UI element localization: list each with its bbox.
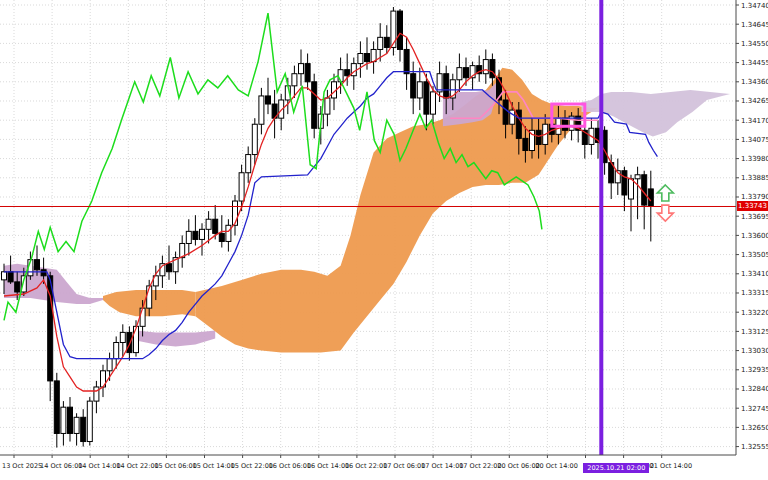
price-tick-label: 1.33505 [741,251,768,259]
price-tick-label: 1.34265 [741,97,768,105]
chart-window: 1.347401.346451.345501.344551.343601.342… [0,0,768,480]
price-tick-label: 1.34740 [741,2,768,10]
time-tick-label: 17 Oct 14:00 [421,462,463,470]
time-tick-label: 14 Oct 14:00 [78,462,120,470]
price-tick-label: 1.32555 [741,443,768,451]
time-tick-label: 21 Oct 14:00 [650,462,692,470]
time-tick-label: 20 Oct 06:00 [497,462,539,470]
time-tick-label: 13 Oct 2025 [2,462,42,470]
time-tick-label: 14 Oct 06:00 [40,462,82,470]
price-tick-label: 1.33790 [741,193,768,201]
price-tick-label: 1.34170 [741,117,768,125]
price-tick-label: 1.32650 [741,424,768,432]
vline-time-badge: 2025.10.21 02:00 [583,463,649,473]
price-tick-label: 1.33410 [741,270,768,278]
time-tick-label: 16 Oct 06:00 [269,462,311,470]
price-tick-label: 1.33315 [741,289,768,297]
time-tick-label: 14 Oct 22:00 [116,462,158,470]
time-tick-label: 17 Oct 22:00 [459,462,501,470]
time-axis[interactable]: 13 Oct 202514 Oct 06:0014 Oct 14:0014 Oc… [0,455,768,480]
time-tick-label: 17 Oct 06:00 [383,462,425,470]
price-tick-label: 1.33125 [741,328,768,336]
time-tick-label: 16 Oct 14:00 [307,462,349,470]
price-tick-label: 1.34075 [741,136,768,144]
price-tick-label: 1.33220 [741,309,768,317]
time-tick-label: 20 Oct 14:00 [535,462,577,470]
price-tick-label: 1.34550 [741,40,768,48]
price-tick-label: 1.34455 [741,59,768,67]
price-tick-label: 1.33030 [741,347,768,355]
price-tick-label: 1.34645 [741,21,768,29]
current-price-badge: 1.33743 [737,201,768,211]
price-tick-label: 1.32935 [741,366,768,374]
price-tick-label: 1.33600 [741,232,768,240]
price-tick-label: 1.34360 [741,78,768,86]
chart-canvas[interactable]: 1.347401.346451.345501.344551.343601.342… [0,0,768,480]
time-tick-label: 15 Oct 14:00 [193,462,235,470]
price-tick-label: 1.32745 [741,405,768,413]
time-tick-label: 15 Oct 06:00 [154,462,196,470]
time-tick-label: 16 Oct 22:00 [345,462,387,470]
price-tick-label: 1.32840 [741,385,768,393]
price-tick-label: 1.33695 [741,213,768,221]
price-tick-label: 1.33980 [741,155,768,163]
time-tick-label: 15 Oct 22:00 [231,462,273,470]
price-axis[interactable]: 1.347401.346451.345501.344551.343601.342… [736,0,768,480]
price-tick-label: 1.33885 [741,174,768,182]
